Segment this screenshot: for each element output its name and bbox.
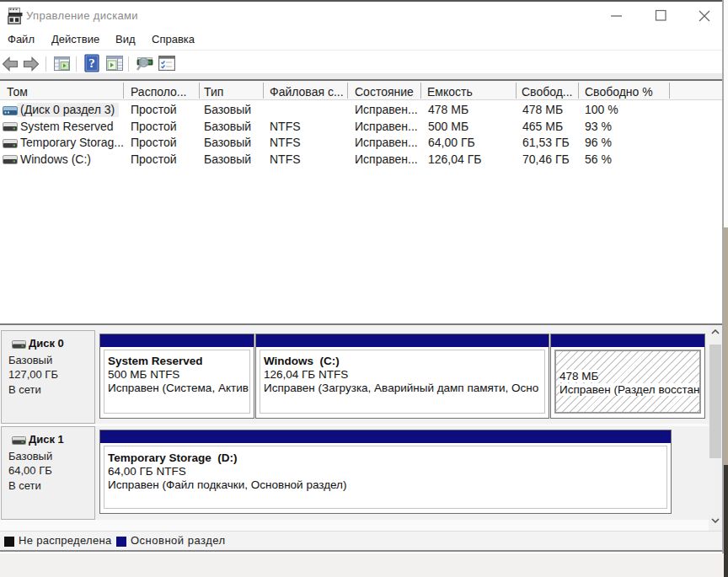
- svg-text:?: ?: [88, 56, 95, 70]
